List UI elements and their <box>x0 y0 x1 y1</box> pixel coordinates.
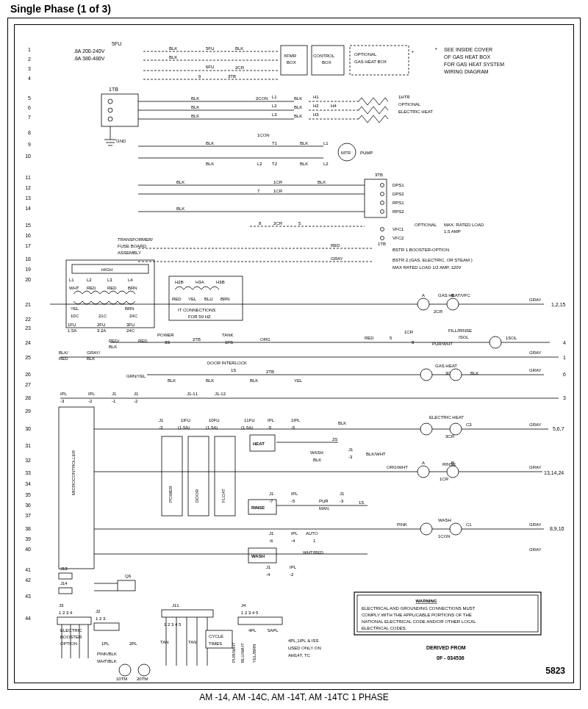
svg-text:21: 21 <box>25 302 31 307</box>
svg-text:WASH: WASH <box>251 554 265 558</box>
svg-text:1 2 3 4 5: 1 2 3 4 5 <box>241 611 259 615</box>
center-harness: J11 1 2 3 4 5 TAN TAN CYCLE TIMES PUR/WH… <box>160 603 321 666</box>
svg-text:0F - 034536: 0F - 034536 <box>437 655 465 661</box>
svg-text:1 2 3: 1 2 3 <box>96 616 106 621</box>
svg-text:3CR: 3CR <box>445 434 455 439</box>
svg-text:A: A <box>422 461 425 465</box>
svg-text:H2B: H2B <box>175 280 184 284</box>
svg-text:ELECTRIC: ELECTRIC <box>60 628 82 633</box>
svg-text:44: 44 <box>25 616 31 621</box>
svg-text:18: 18 <box>25 256 31 262</box>
svg-text:B: B <box>451 293 454 298</box>
heat-2s: HEAT 2S WASH BLK J1 -3 BLK/WHT <box>250 435 386 462</box>
svg-text:1SOL: 1SOL <box>506 336 517 340</box>
svg-text:MAX RATED LOAD 1/2 AMP, 120V: MAX RATED LOAD 1/2 AMP, 120V <box>392 265 461 270</box>
svg-text:BLK: BLK <box>168 378 176 383</box>
svg-text:L1: L1 <box>69 278 74 282</box>
svg-text:*: * <box>435 47 437 52</box>
svg-text:4: 4 <box>28 76 31 81</box>
svg-text:16: 16 <box>25 233 31 238</box>
booster-notes: BSTR 1 BOOSTER-OPTION BSTR 2 (GAS, ELECT… <box>138 242 473 270</box>
svg-text:IPL: IPL <box>290 565 297 569</box>
svg-text:26: 26 <box>25 372 31 377</box>
svg-text:WIRING DIAGRAM: WIRING DIAGRAM <box>444 69 489 74</box>
svg-text:11: 11 <box>25 175 31 180</box>
svg-rect-239 <box>188 436 209 516</box>
svg-text:FOR GAS HEAT SYSTEM: FOR GAS HEAT SYSTEM <box>444 62 504 67</box>
svg-text:-1: -1 <box>112 399 116 403</box>
svg-text:11FU: 11FU <box>244 418 255 422</box>
svg-text:4: 4 <box>563 340 566 345</box>
svg-text:PUR: PUR <box>319 499 329 503</box>
svg-rect-318 <box>57 617 91 625</box>
schematic: 1 2 3 4 5 6 7 8 9 10 11 12 13 14 15 16 1 <box>15 25 573 683</box>
svg-text:19: 19 <box>25 267 31 272</box>
power-3s: RED/ BLK RED POWER 3S 2TB TANK 1FS ORG R… <box>109 328 550 349</box>
svg-text:RED: RED <box>365 336 374 340</box>
top-runs: BLK 5FU BLK BLK 2CR 6FU 9 3TB XFMR BOX <box>143 46 414 79</box>
wash-row: WASH 1CON C1 PINK GRAY AUTO 1 J1-6 IPL-4 <box>94 518 544 543</box>
svg-text:J1-12: J1-12 <box>215 392 226 396</box>
aux-board: H2B H3A H3B RED YEL BLU BRN IT CONNECTIO… <box>169 276 243 320</box>
svg-text:5: 5 <box>390 336 392 340</box>
svg-text:1PL: 1PL <box>101 641 110 646</box>
svg-text:1,2,15: 1,2,15 <box>551 302 566 307</box>
svg-text:OPTIONAL: OPTIONAL <box>354 52 377 57</box>
svg-text:H3A: H3A <box>196 280 204 284</box>
svg-text:8,9,10: 8,9,10 <box>550 526 564 531</box>
svg-text:DOOR INTERLOCK: DOOR INTERLOCK <box>207 361 247 365</box>
svg-text:J1: J1 <box>266 565 271 569</box>
inner-frame: 1 2 3 4 5 6 7 8 9 10 11 12 13 14 15 16 1 <box>14 24 574 683</box>
svg-text:ELECTRICAL AND GROUNDING CONNE: ELECTRICAL AND GROUNDING CONNECTIONS MUS… <box>362 606 476 611</box>
svg-text:J1: J1 <box>269 492 274 496</box>
svg-text:1CR: 1CR <box>273 189 283 193</box>
svg-text:BLK: BLK <box>294 105 302 109</box>
svg-text:2S: 2S <box>332 437 337 442</box>
svg-text:3FU: 3FU <box>126 323 135 327</box>
svg-text:J1: J1 <box>112 392 117 396</box>
svg-text:MTR: MTR <box>341 151 351 155</box>
svg-text:GND: GND <box>116 139 126 143</box>
svg-text:21C: 21C <box>98 314 107 318</box>
derived-from: DERIVED FROM 0F - 034536 <box>426 645 466 661</box>
svg-text:PUMP: PUMP <box>360 151 373 155</box>
svg-text:COMPLY WITH THE APPLICABLE POR: COMPLY WITH THE APPLICABLE PORTIONS OF T… <box>362 613 472 617</box>
svg-text:ELECTRICAL CODES.: ELECTRICAL CODES. <box>362 626 407 630</box>
svg-text:A: A <box>422 293 425 298</box>
svg-text:1CR: 1CR <box>440 477 449 481</box>
svg-text:2TB: 2TB <box>266 370 274 374</box>
svg-rect-334 <box>162 610 213 617</box>
svg-text:J13: J13 <box>60 566 68 571</box>
svg-rect-79 <box>101 94 138 126</box>
svg-text:BRN: BRN <box>128 286 137 290</box>
svg-text:PUR/WHT: PUR/WHT <box>232 642 236 663</box>
svg-text:-3: -3 <box>60 399 65 403</box>
svg-text:ORG: ORG <box>260 337 270 342</box>
svg-text:GRAY: GRAY <box>529 298 542 302</box>
svg-text:BLK: BLK <box>300 141 308 145</box>
svg-text:BLK: BLK <box>206 141 214 145</box>
svg-text:.8A 200-240V: .8A 200-240V <box>74 48 105 54</box>
svg-text:YEL: YEL <box>188 297 197 301</box>
svg-text:RED: RED <box>172 297 182 301</box>
svg-text:24C: 24C <box>126 328 135 333</box>
svg-point-289 <box>420 523 432 535</box>
svg-text:1TB: 1TB <box>378 242 386 246</box>
svg-text:WASH: WASH <box>438 518 451 522</box>
svg-rect-241 <box>215 436 235 516</box>
svg-text:BLK: BLK <box>294 96 302 101</box>
svg-text:20TM: 20TM <box>137 677 148 681</box>
page-title: Single Phase (1 of 3) <box>10 3 111 15</box>
svg-text:ISOL: ISOL <box>459 335 469 339</box>
svg-rect-321 <box>94 623 119 630</box>
svg-point-133 <box>381 228 384 231</box>
field-supply: 5FU .8A 200-240V .8A 380-480V <box>74 41 121 61</box>
svg-point-118 <box>381 201 384 205</box>
svg-point-183 <box>417 298 429 310</box>
svg-text:DPS2: DPS2 <box>392 192 404 196</box>
svg-text:OF GAS HEAT BOX: OF GAS HEAT BOX <box>444 54 490 60</box>
svg-text:OPTIONAL: OPTIONAL <box>398 102 421 107</box>
svg-text:1: 1 <box>313 539 316 543</box>
svg-text:9: 9 <box>28 142 31 147</box>
svg-text:BSTR 2 (GAS, ELECTRIC, OR STEA: BSTR 2 (GAS, ELECTRIC, OR STEAM ) <box>392 258 473 262</box>
